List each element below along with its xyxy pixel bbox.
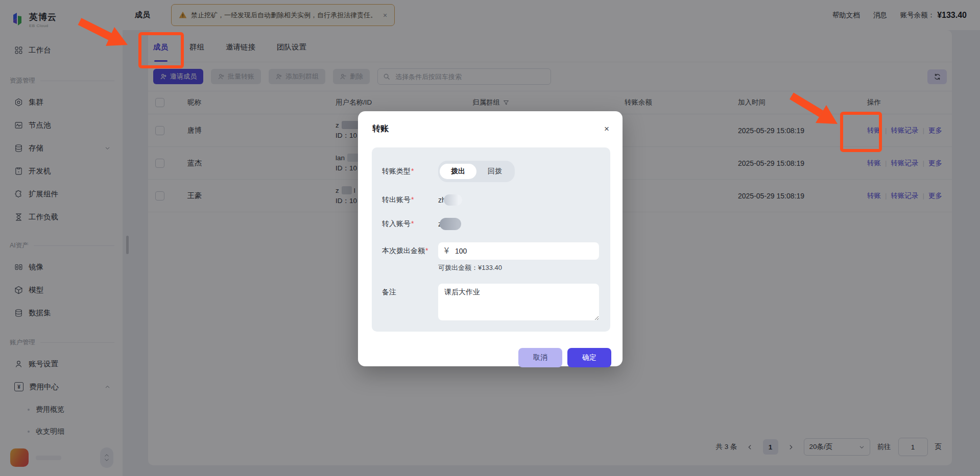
modal-title: 转账 [372,123,389,134]
field-label: 转出账号* [382,195,438,205]
field-label: 备注 [382,284,438,297]
from-account-value: zh [438,194,462,206]
modal-header: 转账 × [358,111,623,134]
amount-input-wrapper: ¥ [438,242,599,260]
transfer-modal: 转账 × 转账类型* 拨出 回拨 转出账号* zh 转入账号* [358,111,623,366]
amount-row: 本次拨出金额* ¥ [382,242,599,260]
required-mark: * [425,246,428,255]
amount-input[interactable] [454,246,593,256]
from-account-row: 转出账号* zh [382,194,599,206]
redacted-patch [444,194,462,206]
segment-option-back[interactable]: 回拨 [476,164,513,179]
required-mark: * [411,167,414,175]
app-root: 英博云 EB Cloud 工作台 资源管理 集群 节点池 存储 开发机 [0,0,980,476]
close-icon[interactable]: × [604,124,609,133]
segment-option-out[interactable]: 拨出 [440,164,476,179]
modal-form-panel: 转账类型* 拨出 回拨 转出账号* zh 转入账号* z [372,147,610,332]
to-account-row: 转入账号* z [382,218,599,230]
field-label: 本次拨出金额* [382,246,438,256]
transfer-type-row: 转账类型* 拨出 回拨 [382,161,599,182]
available-amount-hint: 可拨出金额：¥133.40 [438,263,599,272]
cancel-button[interactable]: 取消 [518,348,562,367]
field-label: 转账类型* [382,167,438,176]
required-mark: * [411,195,414,204]
required-mark: * [411,219,414,228]
transfer-type-segmented: 拨出 回拨 [438,161,515,182]
confirm-button[interactable]: 确定 [567,348,611,367]
field-label: 转入账号* [382,219,438,229]
note-row: 备注 课后大作业 [382,284,599,320]
currency-symbol: ¥ [444,246,449,256]
modal-footer: 取消 确定 [358,348,623,367]
redacted-patch [440,218,461,230]
note-textarea[interactable]: 课后大作业 [438,284,599,320]
to-account-value: z [438,218,461,230]
